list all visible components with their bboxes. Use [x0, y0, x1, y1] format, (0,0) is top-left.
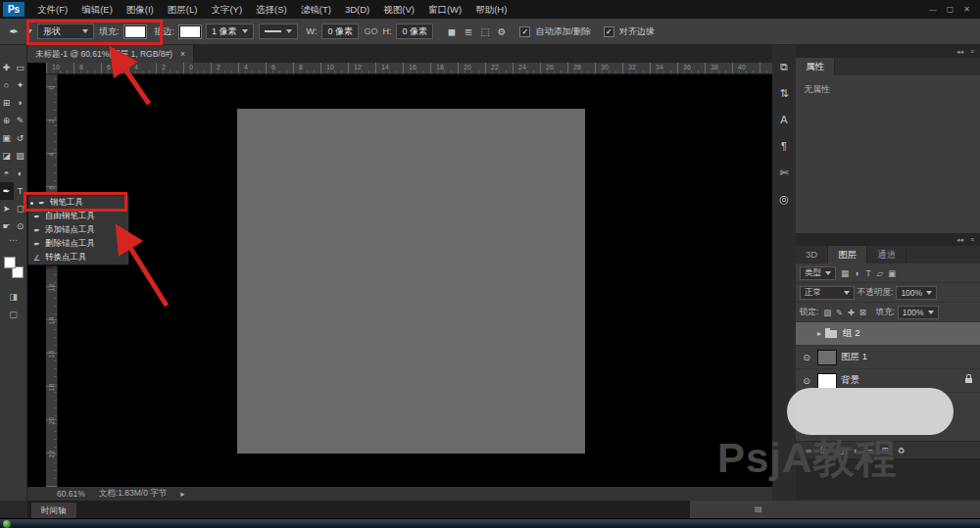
delete-layer-icon[interactable]: ♻ [898, 446, 906, 456]
foreground-color-swatch[interactable] [4, 257, 16, 268]
lock-transparency-icon[interactable]: ▨ [821, 308, 833, 317]
menu-item[interactable]: 3D(D) [338, 0, 376, 19]
convert-point-tool-item[interactable]: ∠转换点工具 [28, 251, 128, 264]
gradient-tool[interactable]: ▨ [14, 147, 27, 165]
menu-item[interactable]: 图层(L) [161, 0, 205, 19]
blur-tool[interactable]: ◓ [0, 165, 14, 182]
panel-menu-icon[interactable]: ≡ [970, 48, 974, 55]
brush-tool[interactable]: ✎ [14, 112, 27, 129]
clone-stamp-tool[interactable]: ▣ [0, 129, 14, 147]
layer-filter-select[interactable]: 类型 [800, 266, 836, 280]
layer-thumbnail[interactable] [817, 373, 837, 389]
move-tool[interactable]: ✚ [0, 59, 14, 76]
quick-select-tool[interactable]: ✦ [14, 76, 27, 94]
disclosure-arrow-icon[interactable]: ▸ [817, 329, 821, 338]
height-input[interactable]: 0 像素 [396, 24, 433, 39]
tab-channels[interactable]: 通道 [867, 246, 906, 264]
stroke-swatch[interactable] [179, 25, 201, 38]
panel-menu-icon[interactable]: ≡ [970, 236, 974, 243]
menu-item[interactable]: 文件(F) [30, 0, 74, 19]
paragraph-styles-panel-icon[interactable]: ⧉ [780, 61, 788, 72]
settings-gear-icon[interactable]: ⚙ [494, 26, 509, 37]
crop-tool[interactable]: ⊞ [0, 94, 14, 112]
eyedropper-tool[interactable]: ◗ [14, 94, 27, 112]
paragraph-panel-icon[interactable]: ¶ [781, 140, 787, 152]
history-brush-tool[interactable]: ↺ [14, 129, 27, 147]
layer-row[interactable]: ▸组 2 [796, 322, 980, 346]
pixel-filter-icon[interactable]: ▦ [839, 268, 851, 278]
canvas-area[interactable]: 1086420246810121416182022242628303234363… [27, 63, 772, 487]
menu-item[interactable]: 窗口(W) [421, 0, 468, 19]
menu-item[interactable]: 图像(I) [120, 0, 161, 19]
type-filter-icon[interactable]: T [862, 268, 874, 278]
path-operations-icon[interactable]: ◼ [444, 26, 459, 37]
character-panel-icon[interactable]: A [780, 114, 787, 125]
collapse-panels-icon[interactable]: ◂◂ [956, 48, 963, 56]
menu-item[interactable]: 帮助(H) [468, 0, 514, 19]
visibility-toggle-icon[interactable]: ⊙ [800, 376, 813, 386]
quick-mask-icon[interactable]: ◨ [0, 292, 26, 302]
styles-panel-icon[interactable]: ◎ [779, 193, 789, 205]
menu-item[interactable]: 文字(Y) [204, 0, 249, 19]
stroke-width-select[interactable]: 1 像素 [206, 24, 254, 39]
menu-item[interactable]: 视图(V) [376, 0, 421, 19]
timeline-panel-collapsed[interactable]: ▤ [690, 501, 980, 518]
document-tab[interactable]: 未标题-1 @ 60.61%(图层 1, RGB/8#) × [27, 45, 194, 63]
auto-add-delete-checkbox[interactable]: ✓ [519, 26, 530, 37]
tab-properties[interactable]: 属性 [796, 58, 835, 75]
dodge-tool[interactable]: ◐ [14, 165, 27, 182]
collapse-panels-icon[interactable]: ◂◂ [956, 236, 963, 244]
lock-position-icon[interactable]: ✚ [845, 308, 857, 317]
status-arrow-icon[interactable]: ▸ [180, 489, 184, 499]
lock-pixels-icon[interactable]: ✎ [833, 308, 845, 317]
zoom-tool[interactable]: ⊙ [14, 217, 27, 235]
close-tab-icon[interactable]: × [180, 45, 185, 63]
shape-filter-icon[interactable]: ▱ [874, 268, 886, 278]
chevron-down-icon [825, 271, 831, 275]
timeline-tab[interactable]: 时间轴 [31, 503, 76, 518]
menu-item[interactable]: 编辑(E) [74, 0, 120, 19]
character-styles-panel-icon[interactable]: ⇅ [779, 87, 788, 99]
lock-all-icon[interactable]: ⊠ [857, 308, 868, 317]
minimize-icon[interactable]: — [929, 5, 937, 14]
artboard[interactable] [237, 109, 585, 454]
eraser-tool[interactable]: ◪ [0, 147, 14, 165]
close-icon[interactable]: ✕ [963, 5, 970, 14]
lasso-tool[interactable]: ○ [0, 76, 14, 94]
smart-object-filter-icon[interactable]: ▣ [886, 268, 898, 278]
fill-opacity-select[interactable]: 100% [898, 306, 939, 319]
adjustment-filter-icon[interactable]: ◑ [851, 268, 862, 278]
freeform-pen-tool-item[interactable]: ✒自由钢笔工具 [28, 210, 128, 223]
screen-mode-icon[interactable]: ▢ [0, 310, 26, 319]
clone-source-panel-icon[interactable]: ✄ [779, 167, 788, 178]
horizontal-ruler[interactable]: 1086420246810121416182022242628303234363… [46, 63, 772, 74]
align-edges-checkbox[interactable]: ✓ [604, 26, 614, 37]
delete-anchor-tool-item[interactable]: ✒删除锚点工具 [28, 237, 128, 251]
marquee-tool[interactable]: ▭ [14, 59, 27, 76]
path-alignment-icon[interactable]: ≣ [461, 26, 475, 37]
pen-tool[interactable]: ✒ [0, 182, 14, 200]
path-select-tool[interactable]: ➤ [0, 200, 14, 217]
visibility-toggle-icon[interactable]: ⊙ [800, 353, 813, 362]
tab-3d[interactable]: 3D [796, 246, 828, 264]
vertical-ruler[interactable]: 0246810121416182022 [46, 74, 58, 487]
start-button[interactable] [3, 520, 11, 528]
restore-icon[interactable]: ▢ [947, 5, 955, 14]
width-input[interactable]: 0 像素 [321, 24, 359, 39]
hand-tool[interactable]: ☛ [0, 217, 14, 235]
tab-layers[interactable]: 图层 [828, 246, 867, 264]
blend-mode-select[interactable]: 正常 [800, 286, 855, 300]
layer-row[interactable]: ⊙图层 1 [796, 346, 980, 369]
layer-thumbnail[interactable] [817, 350, 837, 365]
link-dimensions-icon[interactable]: GO [364, 26, 377, 36]
healing-brush-tool[interactable]: ⊕ [0, 112, 14, 129]
menu-item[interactable]: 选择(S) [249, 0, 294, 19]
pen-tool-icon[interactable]: ✒ [6, 25, 22, 38]
add-anchor-tool-item[interactable]: ✒添加锚点工具 [28, 223, 128, 237]
opacity-select[interactable]: 100% [896, 286, 937, 300]
stroke-type-select[interactable] [259, 24, 298, 39]
menu-item[interactable]: 滤镜(T) [294, 0, 338, 19]
zoom-level[interactable]: 60.61% [57, 489, 85, 499]
more-tools-icon[interactable]: ⋯ [0, 235, 26, 247]
path-arrange-icon[interactable]: ⬚ [477, 26, 492, 37]
